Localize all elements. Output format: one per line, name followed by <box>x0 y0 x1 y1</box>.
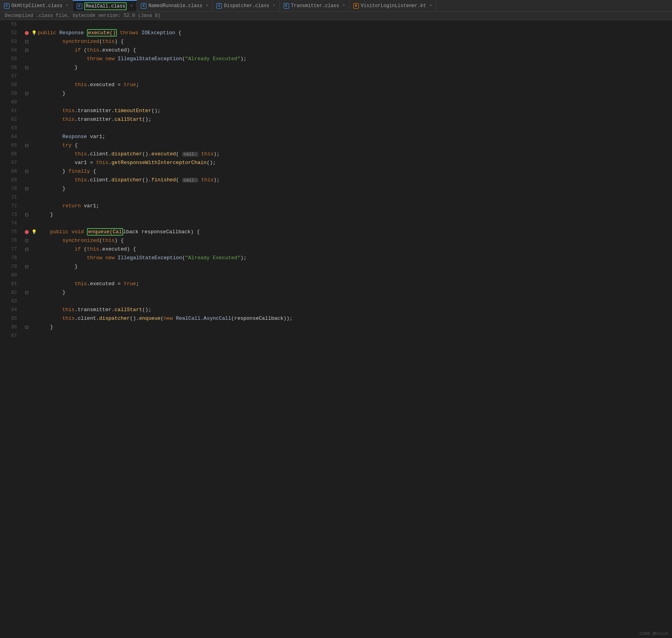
line-63: 63 <box>0 124 664 133</box>
fold-arrow-79[interactable]: − <box>25 265 28 268</box>
fold-arrow-73[interactable]: − <box>25 213 28 216</box>
fold-arrow-53[interactable]: − <box>25 40 28 43</box>
code-text-67: var1 = this.getResponseWithInterceptorCh… <box>38 159 664 167</box>
code-text-73: } <box>38 210 664 219</box>
fold-arrow-82[interactable]: − <box>25 291 28 294</box>
line-number-51: 51 <box>0 20 22 29</box>
tab-visitorlogin[interactable]: KVisitorLoginListener.kt× <box>349 0 436 12</box>
tab-transmitter[interactable]: CTransmitter.class× <box>280 0 349 12</box>
line-number-53: 53 <box>0 37 22 46</box>
code-text-65: try { <box>38 141 664 150</box>
line-number-87: 87 <box>0 332 22 340</box>
code-text-86: } <box>38 323 664 332</box>
line-number-83: 83 <box>0 297 22 306</box>
tab-okhttp[interactable]: COkHttpClient.class× <box>0 0 73 12</box>
line-number-63: 63 <box>0 124 22 133</box>
tab-close-okhttp[interactable]: × <box>66 4 68 8</box>
tab-bar: COkHttpClient.class×CRealCall.class×CNam… <box>0 0 672 12</box>
tab-dispatcher[interactable]: CDispatcher.class× <box>212 0 279 12</box>
line-number-75: 75 <box>0 228 22 236</box>
tab-close-transmitter[interactable]: × <box>343 4 345 8</box>
fold-arrow-70[interactable]: − <box>25 187 28 190</box>
fold-arrow-77[interactable]: − <box>25 248 28 251</box>
line-number-69: 69 <box>0 176 22 184</box>
bulb-icon-75[interactable]: 💡 <box>31 228 37 236</box>
tab-icon-transmitter: C <box>284 3 289 9</box>
breakpoint-75[interactable] <box>25 230 29 234</box>
line-number-85: 85 <box>0 314 22 323</box>
line-76: 76− synchronized(this) { <box>0 236 664 245</box>
line-number-79: 79 <box>0 262 22 271</box>
code-text-79: } <box>38 262 664 271</box>
line-52: 52💡public Response execute() throws IOEx… <box>0 29 664 37</box>
code-text-78: throw new IllegalStateException("Already… <box>38 254 664 262</box>
fold-arrow-76[interactable]: − <box>25 239 28 242</box>
breakpoint-52[interactable] <box>25 31 29 35</box>
line-number-84: 84 <box>0 306 22 314</box>
line-72: 72 return var1; <box>0 202 664 210</box>
line-55: 55 throw new IllegalStateException("Alre… <box>0 55 664 63</box>
tab-icon-realcall: C <box>77 4 82 9</box>
gutter-79: − <box>22 265 31 268</box>
code-text-68: } finally { <box>38 167 664 176</box>
gutter-73: − <box>22 213 31 216</box>
tab-realcall[interactable]: CRealCall.class× <box>73 0 137 12</box>
tab-close-namedrunnable[interactable]: × <box>206 4 208 8</box>
code-text-81: this.executed = true; <box>38 280 664 288</box>
line-number-74: 74 <box>0 219 22 228</box>
tab-label-dispatcher: Dispatcher.class <box>224 3 269 9</box>
code-text-85: this.client.dispatcher().enqueue(new Rea… <box>38 314 664 323</box>
line-80: 80 <box>0 271 664 280</box>
code-text-80 <box>38 271 664 280</box>
line-70: 70− } <box>0 184 664 193</box>
line-number-73: 73 <box>0 210 22 219</box>
fold-arrow-54[interactable]: − <box>25 49 28 52</box>
code-text-52: public Response execute() throws IOExcep… <box>38 29 664 37</box>
gutter-70: − <box>22 187 31 190</box>
code-text-54: if (this.executed) { <box>38 46 664 55</box>
tab-close-realcall[interactable]: × <box>130 4 133 8</box>
line-81: 81 this.executed = true; <box>0 280 664 288</box>
gutter-53: − <box>22 40 31 43</box>
line-number-86: 86 <box>0 323 22 332</box>
line-59: 59− } <box>0 89 664 98</box>
line-number-68: 68 <box>0 167 22 176</box>
line-58: 58 this.executed = true; <box>0 81 664 89</box>
line-87: 87 <box>0 332 664 340</box>
fold-arrow-65[interactable]: − <box>25 144 28 147</box>
gutter-54: − <box>22 49 31 52</box>
tab-icon-namedrunnable: C <box>141 3 146 9</box>
code-text-76: synchronized(this) { <box>38 236 664 245</box>
line-66: 66 this.client.dispatcher().executed( ca… <box>0 150 664 159</box>
tab-icon-dispatcher: C <box>216 3 222 9</box>
gutter-68: − <box>22 170 31 173</box>
line-number-82: 82 <box>0 288 22 297</box>
gutter-75 <box>22 230 31 234</box>
tab-namedrunnable[interactable]: CNamedRunnable.class× <box>137 0 212 12</box>
fold-arrow-56[interactable]: − <box>25 66 28 69</box>
code-text-70: } <box>38 184 664 193</box>
code-text-66: this.client.dispatcher().executed( call:… <box>38 150 664 159</box>
code-text-51 <box>38 20 664 29</box>
code-text-59: } <box>38 89 664 98</box>
code-text-62: this.transmitter.callStart(); <box>38 115 664 124</box>
tab-close-dispatcher[interactable]: × <box>273 4 275 8</box>
bulb-icon-52[interactable]: 💡 <box>31 29 37 37</box>
code-text-74 <box>38 219 664 228</box>
fold-arrow-68[interactable]: − <box>25 170 28 173</box>
fold-arrow-59[interactable]: − <box>25 92 28 95</box>
line-69: 69 this.client.dispatcher().finished( ca… <box>0 176 664 184</box>
gutter-59: − <box>22 92 31 95</box>
bulb-cell-52: 💡 <box>31 29 38 37</box>
tab-label-namedrunnable: NamedRunnable.class <box>148 3 202 9</box>
tab-close-visitorlogin[interactable]: × <box>430 4 432 8</box>
line-61: 61 this.transmitter.timeoutEnter(); <box>0 107 664 115</box>
fold-arrow-86[interactable]: − <box>25 326 28 329</box>
gutter-65: − <box>22 144 31 147</box>
line-67: 67 var1 = this.getResponseWithIntercepto… <box>0 159 664 167</box>
line-number-70: 70 <box>0 184 22 193</box>
code-text-55: throw new IllegalStateException("Already… <box>38 55 664 63</box>
line-number-78: 78 <box>0 254 22 262</box>
line-number-77: 77 <box>0 245 22 254</box>
line-62: 62 this.transmitter.callStart(); <box>0 115 664 124</box>
